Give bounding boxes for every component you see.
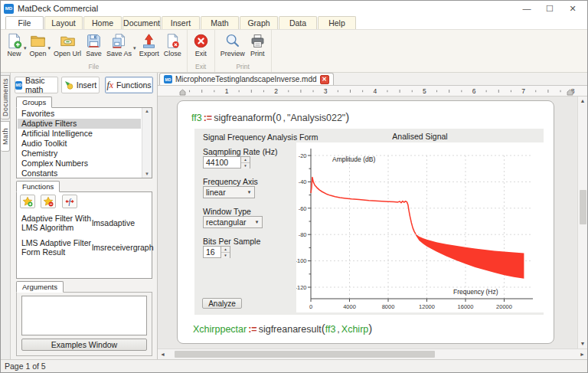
favorite-remove-button[interactable] xyxy=(41,195,56,208)
group-caption-exit: Exit xyxy=(191,62,211,72)
analysed-signal-chart: -20-40-60-80-100-12004000800012000160002… xyxy=(296,142,544,312)
group-item-complex-numbers[interactable]: Complex Numbers xyxy=(18,159,141,169)
horizontal-scrollbar[interactable]: ◄ ► xyxy=(158,348,587,359)
preview-button[interactable]: Preview xyxy=(218,31,247,57)
scrollbar-thumb[interactable] xyxy=(580,190,586,224)
bits-per-sample-spinner[interactable]: 16 ▲▼ xyxy=(203,246,230,258)
save-as-dropdown-icon[interactable]: ▾ xyxy=(133,45,136,51)
close-button[interactable]: ✕ xyxy=(561,1,584,16)
ribbon-tab-file[interactable]: File xyxy=(5,16,44,29)
tab-functions[interactable]: fx Functions xyxy=(105,77,153,93)
export-button[interactable]: Export xyxy=(137,31,162,57)
comma: , xyxy=(283,113,286,123)
ribbon-tab-strip: FileLayoutHomeDocumentInsertMathGraphDat… xyxy=(1,16,587,30)
scroll-left-icon[interactable]: ◄ xyxy=(160,350,165,359)
ribbon-tab-document[interactable]: Document xyxy=(122,16,161,29)
save-icon xyxy=(86,33,102,49)
ribbon-group-file: New ▾ Open ▾ Open Url Save S xyxy=(1,30,188,72)
tab-basic-math[interactable]: MD Basic math xyxy=(15,77,58,93)
side-tab-documents[interactable]: Documents xyxy=(1,75,10,119)
group-item-artificial-intelligence[interactable]: Artificial Intelligence xyxy=(18,129,141,139)
scroll-down-icon[interactable]: ▼ xyxy=(580,339,586,348)
print-button[interactable]: Print xyxy=(247,31,268,57)
minimize-button[interactable]: — xyxy=(515,1,538,16)
group-item-chemistry[interactable]: Chemistry xyxy=(18,149,141,159)
close-paren: ) xyxy=(368,322,372,335)
spinner-arrows[interactable]: ▲▼ xyxy=(240,157,250,168)
ribbon-tab-data[interactable]: Data xyxy=(279,16,317,29)
formula-sigfreanaresult[interactable]: Xchirppectar:=sigfreanaresult(ff3,Xchirp… xyxy=(193,322,372,335)
functions-tab[interactable]: Functions xyxy=(16,181,60,192)
scrollbar-thumb[interactable] xyxy=(175,351,435,358)
arguments-area[interactable] xyxy=(21,296,147,335)
svg-text:Amplitude (dB): Amplitude (dB) xyxy=(332,155,375,163)
function-id[interactable]: lmsreceivergraph xyxy=(92,243,154,252)
scroll-down-icon[interactable]: ▼ xyxy=(145,171,149,178)
export-icon xyxy=(141,33,157,49)
group-item-favorites[interactable]: Favorites xyxy=(18,109,141,119)
side-tab-strip: Documents Math xyxy=(1,73,11,359)
document-area: MD MicrophoneTestinglandscapeInverse.mdd… xyxy=(158,73,587,359)
vertical-scrollbar[interactable]: ▲ ▼ xyxy=(577,97,587,348)
open-dropdown-icon[interactable]: ▾ xyxy=(48,45,51,51)
function-name[interactable]: Adaptive Filter With LMS Algorithm xyxy=(21,214,92,232)
scroll-up-icon[interactable]: ▲ xyxy=(580,97,586,106)
function-id[interactable]: lmsadaptive xyxy=(92,218,154,227)
document-page[interactable]: ff3:=sigfreanaform(0,"Analysis022") Sign… xyxy=(177,100,554,344)
dropdown-arrow-icon: ▾ xyxy=(244,187,254,198)
frequency-axis-dropdown[interactable]: linear ▾ xyxy=(203,186,255,198)
ribbon-tab-home[interactable]: Home xyxy=(83,16,122,29)
examples-window-button[interactable]: Examples Window xyxy=(21,339,147,351)
svg-text:3: 3 xyxy=(324,87,328,95)
formula-sigfreanaform[interactable]: ff3:=sigfreanaform(0,"Analysis022") xyxy=(191,110,349,123)
svg-text:20000: 20000 xyxy=(496,303,512,310)
ruler: 12345678 xyxy=(158,86,587,97)
side-tab-math[interactable]: Math xyxy=(1,121,10,152)
window-type-dropdown[interactable]: rectangular ▾ xyxy=(203,216,263,228)
exit-button[interactable]: Exit xyxy=(191,31,211,57)
new-dropdown-icon[interactable]: ▾ xyxy=(24,45,27,51)
favorite-remove-icon xyxy=(43,196,54,207)
sampling-rate-label: Saqmpling Rate (Hz) xyxy=(203,147,277,156)
arguments-tab[interactable]: Arguments xyxy=(16,281,64,293)
sampling-rate-spinner[interactable]: 44100 ▲▼ xyxy=(203,156,250,169)
scroll-right-icon[interactable]: ► xyxy=(580,350,585,359)
ribbon-tab-layout[interactable]: Layout xyxy=(44,16,83,29)
document-icon: MD xyxy=(164,75,172,83)
scroll-up-icon[interactable]: ▲ xyxy=(145,108,149,115)
svg-text:4000: 4000 xyxy=(343,303,356,310)
groups-tab[interactable]: Groups xyxy=(16,97,52,108)
functions-toolbar: f xyxy=(20,195,80,210)
svg-text:1: 1 xyxy=(225,87,229,95)
spin-down-icon: ▼ xyxy=(241,163,250,169)
analyze-button[interactable]: Analyze xyxy=(202,298,242,309)
function-name[interactable]: LMS Adaptive Filter Form Result xyxy=(21,238,92,257)
document-canvas[interactable]: ff3:=sigfreanaform(0,"Analysis022") Sign… xyxy=(158,97,577,348)
basic-math-icon: MD xyxy=(15,81,22,90)
insert-function-button[interactable]: f xyxy=(62,195,77,208)
group-item-audio-toolkit[interactable]: Audio Toolkit xyxy=(18,139,141,149)
document-close-icon[interactable]: ✕ xyxy=(320,75,329,84)
open-url-icon xyxy=(60,33,76,49)
favorite-add-button[interactable] xyxy=(20,195,35,208)
window-type-label: Window Type xyxy=(203,207,251,216)
open-button[interactable]: Open xyxy=(28,31,49,57)
new-button[interactable]: New xyxy=(4,31,24,57)
open-url-button[interactable]: Open Url xyxy=(51,31,83,57)
ribbon-tab-graph[interactable]: Graph xyxy=(240,16,278,29)
open-folder-icon xyxy=(30,33,46,49)
group-item-constants[interactable]: Constants xyxy=(18,169,141,178)
ribbon-tab-insert[interactable]: Insert xyxy=(162,16,200,29)
tab-insert[interactable]: Insert xyxy=(61,77,100,93)
save-as-button[interactable]: Save As xyxy=(104,31,134,57)
spinner-arrows[interactable]: ▲▼ xyxy=(220,247,230,257)
groups-scrollbar[interactable]: ▲ ▼ xyxy=(142,108,152,178)
document-tab[interactable]: MD MicrophoneTestinglandscapeInverse.mdd… xyxy=(159,73,334,85)
close-doc-button[interactable]: Close xyxy=(162,31,184,57)
save-button[interactable]: Save xyxy=(83,31,104,57)
group-item-adaptive-filters[interactable]: Adaptive Filters xyxy=(18,119,141,129)
status-bar: Page 1 of 5 xyxy=(1,359,587,372)
ribbon-tab-help[interactable]: Help xyxy=(318,16,356,29)
ribbon-tab-math[interactable]: Math xyxy=(201,16,239,29)
maximize-button[interactable]: ☐ xyxy=(538,1,561,16)
